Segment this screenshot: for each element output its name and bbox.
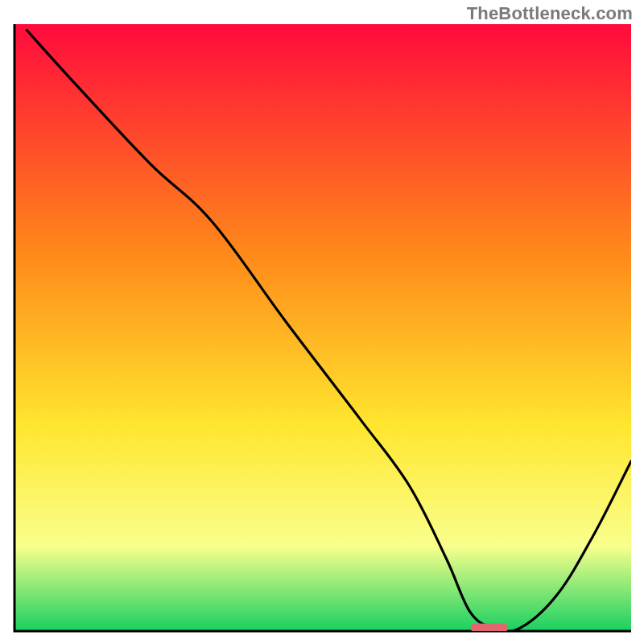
bottleneck-chart (0, 0, 644, 644)
chart-stage: TheBottleneck.com (0, 0, 644, 644)
gradient-background (14, 24, 631, 631)
watermark-label: TheBottleneck.com (467, 3, 633, 24)
optimum-marker (471, 624, 508, 633)
